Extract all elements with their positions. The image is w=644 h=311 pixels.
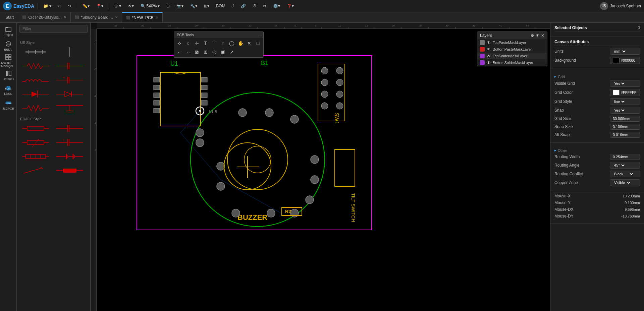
- snap-value[interactable]: Yes No: [610, 107, 640, 114]
- component-item-polar-cap-us[interactable]: +: [54, 74, 86, 86]
- visible-grid-select[interactable]: Yes No: [613, 81, 626, 86]
- logo[interactable]: E EasyEDA: [3, 1, 34, 11]
- pcb-tools-header[interactable]: PCB Tools ─: [174, 32, 263, 38]
- pcb-tools-close[interactable]: ─: [258, 33, 261, 37]
- sidebar-item-eelib[interactable]: EE EELib: [1, 39, 15, 53]
- layer-row-bottom-solder[interactable]: 👁 BottomSolderMaskLayer: [477, 59, 547, 66]
- snap-size-value[interactable]: 0.100mm: [610, 124, 640, 130]
- routing-angle-value[interactable]: 45° 90° any: [610, 162, 640, 169]
- grid-color-swatch[interactable]: [613, 90, 620, 95]
- component-item-resistor-us[interactable]: [19, 60, 52, 72]
- pcb-tool-measure[interactable]: ↔: [184, 48, 192, 56]
- pcb-tool-via[interactable]: ◎: [210, 48, 218, 56]
- sidebar-item-jlcpcb[interactable]: JLCPCB JLCPCB: [1, 98, 15, 112]
- grid-color-value[interactable]: #FFFFFF: [610, 89, 640, 96]
- fit-button[interactable]: ⊡: [164, 3, 172, 9]
- component-item-resistor-var[interactable]: [19, 102, 52, 114]
- copper-zone-select[interactable]: Visible Hidden: [613, 180, 631, 185]
- tab-start[interactable]: Start: [1, 12, 18, 22]
- view-button[interactable]: 👁▾: [126, 3, 136, 9]
- pcb-tool-rect[interactable]: □: [254, 39, 262, 47]
- pcb-tool-circle[interactable]: ○: [184, 39, 192, 47]
- file-menu-button[interactable]: 📁▾: [41, 3, 53, 9]
- tab-slouchy[interactable]: ⬛ *Slouchy Board ... ✕: [71, 12, 122, 22]
- pcb-tool-arc2[interactable]: ∩: [219, 39, 227, 47]
- component-item-wire[interactable]: [54, 46, 86, 58]
- grid-style-value[interactable]: line dot: [610, 98, 640, 105]
- share-button[interactable]: 🔗: [239, 3, 248, 9]
- help-button[interactable]: ❓▾: [285, 3, 296, 9]
- component-item-zener[interactable]: [19, 88, 52, 100]
- place-menu-button[interactable]: 📍▾: [94, 3, 105, 9]
- pcb-tool-arrow[interactable]: ↗: [228, 48, 236, 56]
- routing-conflict-value[interactable]: Block Highlight Ignore: [610, 171, 640, 177]
- zoom-display[interactable]: 🔍 540%▾: [139, 3, 162, 9]
- export-button[interactable]: ⤴: [230, 3, 236, 9]
- tools-button[interactable]: 🔧▾: [188, 3, 199, 9]
- pcb-tool-select[interactable]: ⊹: [175, 39, 183, 47]
- avatar[interactable]: JS: [600, 2, 608, 10]
- pcb-tool-cross[interactable]: ✛: [193, 39, 201, 47]
- pcb-tool-text[interactable]: T: [202, 39, 210, 47]
- snap-button[interactable]: ⊞ ▾: [112, 3, 123, 9]
- layer-visibility-icon[interactable]: 👁: [487, 54, 491, 58]
- tab-crt420[interactable]: ⬛ CRT420-BitsyBo... ✕: [18, 12, 70, 22]
- component-item-inductor-us[interactable]: [19, 74, 52, 86]
- layers-eye-icon[interactable]: 👁: [536, 33, 540, 38]
- layers-settings-icon[interactable]: ⚙: [531, 33, 534, 38]
- component-item-inductor-eu[interactable]: [19, 150, 52, 163]
- component-item-diode-us[interactable]: [54, 88, 86, 100]
- pcb-tool-cross2[interactable]: ✕: [245, 39, 253, 47]
- snap-select[interactable]: Yes No: [613, 108, 626, 113]
- pcb-tool-arc1[interactable]: ⌒: [210, 39, 218, 47]
- component-item-diagonal-eu[interactable]: [19, 165, 52, 177]
- pcb-tool-corner[interactable]: ⌐: [175, 48, 183, 56]
- pcb-canvas-svg[interactable]: BUZZER U1: [117, 46, 419, 240]
- draw-menu-button[interactable]: ✏️▾: [80, 3, 92, 9]
- pcb-tool-grid2[interactable]: ⊞: [202, 48, 210, 56]
- grid-size-value[interactable]: 30.000mm: [610, 116, 640, 122]
- component-item-battery-eu[interactable]: [54, 150, 86, 163]
- routing-width-value[interactable]: 0.254mm: [610, 154, 640, 160]
- layers-close-icon[interactable]: ✕: [541, 33, 544, 38]
- pcb-tool-oval[interactable]: ◯: [228, 39, 236, 47]
- component-item-red-block[interactable]: [54, 165, 86, 177]
- sidebar-item-design-manager[interactable]: Design Manager: [1, 54, 15, 68]
- units-value[interactable]: mm mil inch: [610, 48, 640, 55]
- redo-button[interactable]: ↪: [66, 3, 73, 9]
- tab-close-slouchy[interactable]: ✕: [115, 15, 118, 19]
- layer-visibility-icon[interactable]: 👁: [487, 47, 491, 52]
- routing-angle-select[interactable]: 45° 90° any: [613, 163, 626, 168]
- component-item-bus[interactable]: [19, 46, 52, 58]
- settings-menu-button[interactable]: ⚙️▾: [271, 3, 282, 9]
- component-item-resistor-eu[interactable]: [19, 122, 52, 134]
- component-item-cap-us[interactable]: [54, 60, 86, 72]
- layers-button[interactable]: ⧉: [261, 3, 268, 9]
- tab-close-crt420[interactable]: ✕: [64, 15, 66, 19]
- component-item-resistor-eu-var[interactable]: [19, 136, 52, 148]
- layer-row-top-paste[interactable]: 👁 TopPasteMaskLayer: [477, 39, 547, 46]
- routing-conflict-select[interactable]: Block Highlight Ignore: [613, 172, 634, 176]
- grid-style-select[interactable]: line dot: [613, 99, 626, 104]
- camera-button[interactable]: 📷▾: [174, 3, 185, 9]
- component-item-asymm[interactable]: [54, 102, 86, 114]
- visible-grid-value[interactable]: Yes No: [610, 80, 640, 87]
- pcb-tool-grid1[interactable]: ⊠: [193, 48, 201, 56]
- tab-new-pcb[interactable]: ⬛ *NEW_PCB ✕: [122, 12, 163, 22]
- layer-visibility-icon[interactable]: 👁: [487, 40, 491, 45]
- pcb-tool-hand[interactable]: ✋: [236, 39, 245, 47]
- background-color-swatch[interactable]: [613, 58, 620, 63]
- copper-zone-value[interactable]: Visible Hidden: [610, 179, 640, 186]
- sidebar-item-lcsc[interactable]: LCSC LCSC: [1, 83, 15, 97]
- layer-visibility-icon[interactable]: 👁: [487, 60, 491, 65]
- route-button[interactable]: ⊞▾: [202, 3, 211, 9]
- sidebar-item-project[interactable]: Project: [1, 24, 15, 38]
- units-select[interactable]: mm mil inch: [613, 49, 627, 54]
- filter-input[interactable]: [19, 25, 88, 33]
- tab-close-new-pcb[interactable]: ✕: [156, 16, 158, 19]
- pcb-tool-pad[interactable]: ▣: [219, 48, 227, 56]
- layer-row-bottom-paste[interactable]: 👁 BottomPasteMaskLayer: [477, 46, 547, 53]
- sidebar-item-libraries[interactable]: Libraries: [1, 68, 15, 82]
- component-item-cap-eu[interactable]: [54, 122, 86, 134]
- layer-row-top-solder[interactable]: 👁 TopSolderMaskLayer: [477, 53, 547, 59]
